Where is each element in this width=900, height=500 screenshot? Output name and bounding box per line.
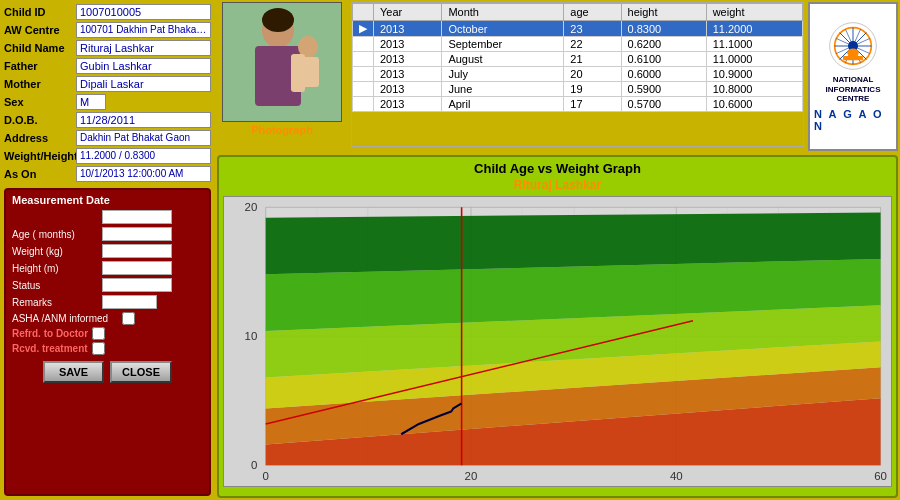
row-age: 23 xyxy=(564,21,621,37)
weight-label: Weight (kg) xyxy=(12,246,102,257)
remarks-row: Remarks xyxy=(12,295,203,309)
svg-text:60: 60 xyxy=(874,470,887,482)
row-age: 21 xyxy=(564,52,621,67)
mother-row: Mother Dipali Laskar xyxy=(4,76,211,92)
row-arrow xyxy=(353,52,374,67)
graph-subtitle: Rituraj Lashkar xyxy=(223,178,892,192)
dob-value: 11/28/2011 xyxy=(76,112,211,128)
table-row[interactable]: 2013 July 20 0.6000 10.9000 xyxy=(353,67,803,82)
row-weight: 11.2000 xyxy=(706,21,802,37)
row-height: 0.6000 xyxy=(621,67,706,82)
child-name-row: Child Name Rituraj Lashkar xyxy=(4,40,211,56)
child-name-value: Rituraj Lashkar xyxy=(76,40,211,56)
graph-svg: 20 10 0 0 20 40 60 xyxy=(224,197,891,486)
svg-point-3 xyxy=(262,8,294,32)
as-on-value: 10/1/2013 12:00:00 AM xyxy=(76,166,211,182)
row-age: 19 xyxy=(564,82,621,97)
row-year: 2013 xyxy=(374,67,442,82)
height-input[interactable] xyxy=(102,261,172,275)
row-arrow xyxy=(353,97,374,112)
child-id-label: Child ID xyxy=(4,6,76,18)
row-weight: 10.9000 xyxy=(706,67,802,82)
address-label: Address xyxy=(4,132,76,144)
asha-label: ASHA /ANM informed xyxy=(12,313,122,324)
data-table: Year Month age height weight ▶ 2013 Octo… xyxy=(352,3,803,112)
svg-text:20: 20 xyxy=(465,470,478,482)
table-row[interactable]: 2013 August 21 0.6100 11.0000 xyxy=(353,52,803,67)
svg-point-20 xyxy=(847,49,859,57)
date-label xyxy=(12,212,102,223)
mother-label: Mother xyxy=(4,78,76,90)
row-height: 0.6200 xyxy=(621,37,706,52)
weight-input[interactable] xyxy=(102,244,172,258)
row-arrow xyxy=(353,67,374,82)
col-header-year2: Year xyxy=(374,4,442,21)
address-value: Dakhin Pat Bhakat Gaon xyxy=(76,130,211,146)
svg-text:20: 20 xyxy=(245,202,258,214)
date-input[interactable] xyxy=(102,210,172,224)
rcvd-label: Rcvd. treatment xyxy=(12,343,88,354)
row-arrow xyxy=(353,82,374,97)
top-right: Photograph Year Month age height xyxy=(217,2,898,151)
row-height: 0.5900 xyxy=(621,82,706,97)
info-section: Child ID 1007010005 AW Centre 100701 Dak… xyxy=(4,4,211,184)
refrd-row: Refrd. to Doctor xyxy=(12,327,203,340)
graph-container: Child Age vs Weight Graph Rituraj Lashka… xyxy=(217,155,898,498)
photo-box xyxy=(222,2,342,122)
father-value: Gubin Lashkar xyxy=(76,58,211,74)
row-weight: 11.1000 xyxy=(706,37,802,52)
aw-centre-value: 100701 Dakhin Pat Bhakat Gao xyxy=(76,22,211,38)
remarks-input[interactable] xyxy=(102,295,157,309)
close-button[interactable]: CLOSE xyxy=(110,361,172,383)
address-row: Address Dakhin Pat Bhakat Gaon xyxy=(4,130,211,146)
rcvd-checkbox[interactable] xyxy=(92,342,105,355)
save-button[interactable]: SAVE xyxy=(43,361,104,383)
age-input[interactable] xyxy=(102,227,172,241)
svg-text:40: 40 xyxy=(670,470,683,482)
status-input[interactable] xyxy=(102,278,172,292)
data-table-area: Year Month age height weight ▶ 2013 Octo… xyxy=(351,2,804,151)
row-arrow xyxy=(353,37,374,52)
table-row[interactable]: 2013 April 17 0.5700 10.6000 xyxy=(353,97,803,112)
rcvd-row: Rcvd. treatment xyxy=(12,342,203,355)
table-wrapper[interactable]: Year Month age height weight ▶ 2013 Octo… xyxy=(351,2,804,147)
father-row: Father Gubin Lashkar xyxy=(4,58,211,74)
row-year: 2013 xyxy=(374,97,442,112)
button-row: SAVE CLOSE xyxy=(12,361,203,383)
sex-row: Sex M xyxy=(4,94,211,110)
row-weight: 10.8000 xyxy=(706,82,802,97)
mother-value: Dipali Laskar xyxy=(76,76,211,92)
col-header-height: height xyxy=(621,4,706,21)
nagaon-text: N A G A O N xyxy=(814,108,892,132)
table-row[interactable]: 2013 September 22 0.6200 11.1000 xyxy=(353,37,803,52)
row-year: 2013 xyxy=(374,52,442,67)
svg-text:0: 0 xyxy=(262,470,268,482)
table-row[interactable]: 2013 June 19 0.5900 10.8000 xyxy=(353,82,803,97)
asha-checkbox[interactable] xyxy=(122,312,135,325)
status-row: Status xyxy=(12,278,203,292)
graph-area: 20 10 0 0 20 40 60 xyxy=(223,196,892,487)
age-row: Age ( months) xyxy=(12,227,203,241)
row-weight: 10.6000 xyxy=(706,97,802,112)
row-month: April xyxy=(442,97,564,112)
measurement-section: Measurement Date Age ( months) Weight (k… xyxy=(4,188,211,496)
graph-title: Child Age vs Weight Graph xyxy=(223,161,892,176)
nic-logo: NATIONAL INFORMATICS CENTRE N A G A O N xyxy=(808,2,898,151)
age-label: Age ( months) xyxy=(12,229,102,240)
svg-rect-6 xyxy=(255,57,267,92)
refrd-label: Refrd. to Doctor xyxy=(12,328,88,339)
row-height: 0.5700 xyxy=(621,97,706,112)
as-on-row: As On 10/1/2013 12:00:00 AM xyxy=(4,166,211,182)
dob-row: D.O.B. 11/28/2011 xyxy=(4,112,211,128)
table-row[interactable]: ▶ 2013 October 23 0.8300 11.2000 xyxy=(353,21,803,37)
nic-emblem-svg xyxy=(828,21,878,71)
nic-text: NATIONAL INFORMATICS CENTRE xyxy=(826,75,881,104)
refrd-checkbox[interactable] xyxy=(92,327,105,340)
as-on-label: As On xyxy=(4,168,76,180)
height-label: Height (m) xyxy=(12,263,102,274)
col-header-age: age xyxy=(564,4,621,21)
row-year: 2013 xyxy=(374,21,442,37)
row-month: September xyxy=(442,37,564,52)
row-age: 20 xyxy=(564,67,621,82)
sex-value: M xyxy=(76,94,106,110)
